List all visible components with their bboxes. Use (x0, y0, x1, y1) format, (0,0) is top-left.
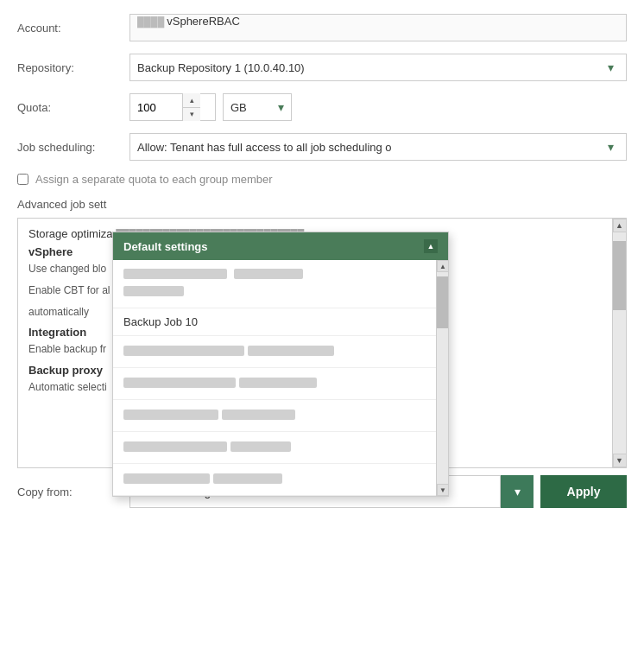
dropdown-item[interactable] (113, 336, 448, 368)
quota-input-wrapper: ▴ ▾ (129, 93, 216, 121)
copy-from-chevron-icon[interactable]: ▾ (501, 475, 534, 508)
job-scheduling-chevron-icon: ▾ (602, 138, 619, 156)
quota-up-btn[interactable]: ▴ (183, 93, 200, 108)
job-scheduling-control: Allow: Tenant has full access to all job… (129, 133, 627, 161)
quota-input[interactable] (130, 94, 182, 120)
account-control: ████ vSphereRBAC (129, 14, 627, 41)
dropdown-item[interactable]: Backup Job 10 (113, 308, 448, 336)
dropdown-scroll-down[interactable]: ▼ (437, 484, 448, 496)
scroll-thumb (613, 241, 626, 310)
repository-control: Backup Repository 1 (10.0.40.10) ▾ (129, 54, 627, 81)
separate-quota-checkbox[interactable] (17, 174, 28, 185)
dropdown-item[interactable] (113, 368, 448, 400)
scroll-down-btn[interactable]: ▼ (613, 454, 627, 467)
dropdown-scroll-track (437, 272, 448, 484)
quota-spinner: ▴ ▾ (182, 93, 200, 121)
dropdown-header-text: Default settings (123, 240, 208, 253)
page-container: Account: ████ vSphereRBAC Repository: Ba… (0, 0, 644, 654)
job-scheduling-value: Allow: Tenant has full access to all job… (137, 141, 602, 154)
scroll-up-btn[interactable]: ▲ (613, 219, 627, 232)
account-label: Account: (17, 22, 129, 35)
advanced-section-label: Advanced job sett (17, 198, 627, 211)
apply-button[interactable]: Apply (540, 475, 627, 508)
repository-row: Repository: Backup Repository 1 (10.0.40… (17, 54, 627, 81)
dropdown-item[interactable] (113, 464, 448, 496)
quota-controls: ▴ ▾ GB ▾ (129, 93, 292, 121)
quota-unit-chevron-icon: ▾ (278, 100, 284, 114)
scroll-track (613, 232, 626, 454)
dropdown-scroll-up-btn[interactable]: ▲ (424, 239, 438, 253)
dropdown-inner-scrollbar: ▲ ▼ (436, 260, 448, 496)
dropdown-scroll-thumb (437, 276, 448, 328)
checkbox-label: Assign a separate quota to each group me… (35, 173, 273, 186)
dropdown-list: Backup Job 10 (113, 260, 448, 496)
account-input[interactable]: ████ vSphereRBAC (129, 14, 627, 41)
quota-label: Quota: (17, 101, 129, 114)
quota-row: Quota: ▴ ▾ GB ▾ (17, 93, 627, 121)
quota-unit-value: GB (230, 101, 247, 114)
job-scheduling-select[interactable]: Allow: Tenant has full access to all job… (129, 133, 627, 161)
dropdown-overlay: Default settings ▲ Backup Job 10 (112, 232, 449, 497)
checkbox-row: Assign a separate quota to each group me… (17, 173, 627, 186)
dropdown-item[interactable] (113, 400, 448, 432)
repository-label: Repository: (17, 61, 129, 74)
dropdown-header: Default settings ▲ (113, 232, 448, 260)
quota-unit-select[interactable]: GB ▾ (223, 93, 292, 121)
repository-select[interactable]: Backup Repository 1 (10.0.40.10) ▾ (129, 54, 627, 81)
dropdown-scroll-up[interactable]: ▲ (437, 260, 448, 272)
dropdown-item-label: Backup Job 10 (123, 315, 198, 328)
storage-label: Storage optimiza (28, 227, 113, 240)
quota-down-btn[interactable]: ▾ (183, 108, 200, 122)
job-scheduling-row: Job scheduling: Allow: Tenant has full a… (17, 133, 627, 161)
dropdown-item[interactable] (113, 432, 448, 464)
job-scheduling-label: Job scheduling: (17, 141, 129, 154)
advanced-panel-scrollbar: ▲ ▼ (612, 219, 626, 467)
repository-chevron-icon: ▾ (602, 59, 619, 76)
account-row: Account: ████ vSphereRBAC (17, 14, 627, 41)
dropdown-item[interactable] (113, 260, 448, 308)
repository-value: Backup Repository 1 (10.0.40.10) (137, 61, 602, 74)
